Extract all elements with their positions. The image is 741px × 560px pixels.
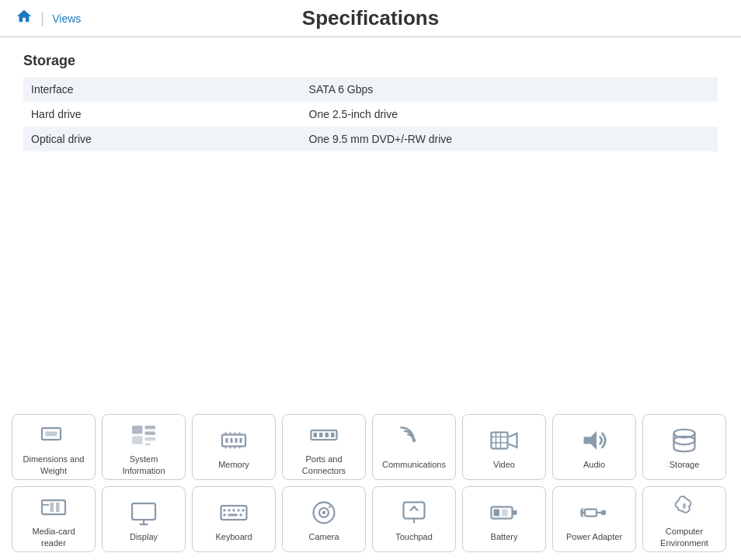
ports-icon [310,421,338,449]
svg-point-54 [322,511,326,515]
table-row: Hard driveOne 2.5-inch drive [23,102,718,127]
power-adapter-icon [580,499,608,527]
nav-item-system-info[interactable]: SystemInformation [102,414,186,480]
svg-rect-24 [325,433,329,437]
header: | Views Specifications [0,0,741,37]
nav-item-battery[interactable]: Battery [462,486,546,552]
nav-item-keyboard[interactable]: Keyboard [192,486,276,552]
header-divider: | [40,9,44,27]
nav-row-1: Dimensions andWeight SystemInformation [12,414,729,480]
spec-value: SATA 6 Gbps [301,77,718,102]
nav-item-camera[interactable]: Camera [282,486,366,552]
svg-rect-39 [132,503,155,520]
nav-item-computer-env-label: ComputerEnvironment [660,526,708,548]
spec-value: One 9.5 mm DVD+/-RW drive [301,127,718,151]
svg-point-58 [413,506,416,508]
svg-rect-9 [226,438,228,443]
nav-item-dimensions-label: Dimensions andWeight [23,454,85,476]
nav-item-computer-env[interactable]: ComputerEnvironment [642,486,726,552]
svg-rect-11 [235,438,238,443]
nav-item-ports-label: Ports andConnectors [302,454,346,476]
computer-env-icon [670,493,698,521]
svg-rect-49 [228,514,231,517]
nav-item-touchpad-label: Touchpad [395,531,433,542]
page-wrapper: | Views Specifications Storage Interface… [0,0,741,560]
nav-item-dimensions[interactable]: Dimensions andWeight [12,414,96,480]
nav-item-audio-label: Audio [583,459,605,470]
svg-rect-65 [601,510,606,515]
svg-rect-25 [331,433,335,437]
nav-item-communications[interactable]: Communications [372,414,456,480]
svg-rect-4 [145,432,156,436]
svg-rect-27 [492,433,508,449]
nav-item-ports[interactable]: Ports andConnectors [282,414,366,480]
dimensions-icon [40,421,68,449]
system-info-icon [130,421,158,449]
audio-icon [580,426,608,454]
svg-rect-10 [231,438,233,443]
spec-table: InterfaceSATA 6 GbpsHard driveOne 2.5-in… [23,77,718,151]
svg-marker-32 [584,431,597,450]
svg-rect-1 [46,432,57,437]
svg-rect-42 [221,506,247,520]
nav-item-video[interactable]: Video [462,414,546,480]
nav-item-storage-label: Storage [670,459,700,470]
svg-rect-62 [513,510,517,515]
svg-rect-6 [145,437,156,441]
communications-icon [400,426,428,454]
nav-item-touchpad[interactable]: Touchpad [372,486,456,552]
nav-item-storage[interactable]: Storage [642,414,726,480]
nav-item-camera-label: Camera [308,531,339,542]
main-content: Storage InterfaceSATA 6 GbpsHard driveOn… [0,37,741,167]
nav-item-display[interactable]: Display [102,486,186,552]
battery-icon [490,499,518,527]
svg-rect-56 [404,503,425,519]
nav-grid-container: Dimensions andWeight SystemInformation [0,406,741,560]
touchpad-icon [400,499,428,527]
nav-item-audio[interactable]: Audio [552,414,636,480]
nav-item-communications-label: Communications [382,459,446,470]
video-icon [490,426,518,454]
svg-rect-23 [319,433,323,437]
svg-point-55 [329,506,331,508]
svg-rect-51 [240,514,242,517]
header-nav: | Views [16,8,81,29]
nav-grid: Dimensions andWeight SystemInformation [12,414,729,552]
svg-rect-45 [233,510,235,512]
svg-rect-22 [314,433,318,437]
spec-label: Interface [23,77,301,102]
views-link[interactable]: Views [52,12,81,25]
spec-label: Optical drive [23,127,301,151]
spec-value: One 2.5-inch drive [301,102,718,127]
svg-rect-38 [56,503,60,512]
nav-item-keyboard-label: Keyboard [215,531,252,542]
storage-section-title: Storage [23,53,718,69]
nav-item-media-card[interactable]: Media-cardreader [12,486,96,552]
svg-rect-43 [224,510,226,512]
storage-icon [670,426,698,454]
nav-item-power-adapter[interactable]: Power Adapter [552,486,636,552]
svg-rect-2 [132,426,143,434]
svg-rect-48 [224,514,226,517]
memory-icon [220,426,248,454]
page-title: Specifications [302,6,439,30]
svg-rect-3 [145,426,156,430]
svg-rect-60 [494,510,500,517]
svg-rect-37 [50,503,54,512]
svg-rect-50 [231,514,238,517]
nav-item-video-label: Video [493,459,515,470]
keyboard-icon [220,499,248,527]
svg-rect-5 [132,437,143,445]
svg-rect-44 [228,510,231,512]
table-row: InterfaceSATA 6 Gbps [23,77,718,102]
nav-item-power-adapter-label: Power Adapter [566,531,622,542]
svg-rect-12 [240,438,242,443]
display-icon [130,499,158,527]
nav-item-memory[interactable]: Memory [192,414,276,480]
nav-item-system-info-label: SystemInformation [122,454,165,476]
camera-icon [310,499,338,527]
spec-label: Hard drive [23,102,301,127]
home-icon[interactable] [16,8,33,29]
nav-item-display-label: Display [130,531,158,542]
nav-item-battery-label: Battery [491,531,518,542]
